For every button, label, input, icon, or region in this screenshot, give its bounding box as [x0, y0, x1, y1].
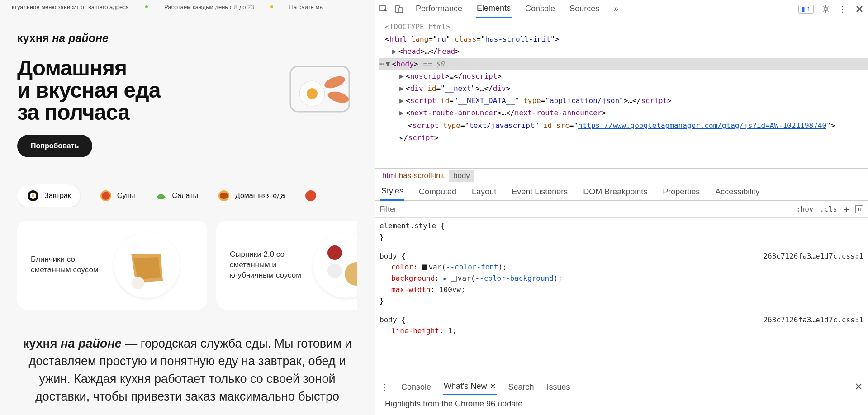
- category-tab-more[interactable]: [304, 189, 318, 203]
- svg-point-2: [307, 88, 318, 99]
- svg-point-9: [102, 192, 110, 200]
- dish-title: Блинчики со сметанным соусом: [31, 255, 108, 275]
- style-rule[interactable]: element.style { }: [379, 221, 863, 246]
- svg-point-3: [323, 74, 347, 90]
- tab-properties[interactable]: Properties: [662, 184, 701, 200]
- dish-card[interactable]: Сырники 2.0 со сметанным и клубничным со…: [216, 221, 357, 310]
- category-tab-soups[interactable]: Супы: [99, 189, 135, 203]
- devtools-panel: Performance Elements Console Sources » ▮…: [375, 0, 868, 415]
- source-link[interactable]: 263c7126fa3…e1d7c.css:1: [763, 251, 863, 262]
- more-food-icon: [304, 189, 318, 203]
- category-label: Супы: [117, 192, 135, 200]
- dot-icon: [270, 5, 273, 8]
- style-rule[interactable]: body {263c7126fa3…e1d7c.css:1 color: var…: [379, 251, 863, 310]
- svg-point-16: [327, 245, 342, 260]
- category-label: Завтрак: [44, 192, 71, 200]
- dom-node[interactable]: ▶<div id="__next">…</div>: [379, 82, 868, 94]
- category-tab-home[interactable]: Домашняя еда: [217, 189, 285, 203]
- crumb-html[interactable]: html.has-scroll-init: [378, 170, 449, 182]
- drawer-content: Highlights from the Chrome 96 update: [375, 396, 868, 412]
- device-toggle-icon[interactable]: [394, 4, 404, 14]
- gear-icon[interactable]: [821, 4, 831, 14]
- source-link[interactable]: 263c7126fa3…e1d7c.css:1: [763, 315, 863, 326]
- breakfast-icon: [26, 189, 40, 203]
- styles-tabs: Styles Computed Layout Event Listeners D…: [375, 183, 868, 201]
- drawer-tab-search[interactable]: Search: [508, 380, 535, 395]
- close-icon[interactable]: ✕: [854, 381, 863, 393]
- tab-elements[interactable]: Elements: [476, 0, 512, 18]
- color-swatch-icon[interactable]: [422, 264, 427, 270]
- category-tabs: Завтрак Супы Салаты Домашняя еда: [17, 184, 357, 207]
- drawer-tab-console[interactable]: Console: [400, 380, 432, 395]
- homefood-icon: [217, 189, 231, 203]
- close-icon[interactable]: [854, 4, 864, 14]
- expand-shorthand-icon[interactable]: ▶: [444, 275, 447, 283]
- category-tab-breakfast[interactable]: Завтрак: [17, 184, 80, 207]
- cls-toggle[interactable]: .cls: [820, 205, 837, 213]
- issue-icon: ▮: [802, 5, 805, 13]
- box-model-toggle-icon[interactable]: ◧: [855, 205, 863, 213]
- dom-node-selected[interactable]: ⋯▼<body> == $0: [379, 58, 868, 70]
- add-rule-icon[interactable]: +: [844, 204, 849, 215]
- svg-point-4: [327, 90, 350, 105]
- hero-headline: Домашняя и вкусная еда за полчаса: [17, 57, 160, 124]
- dom-node[interactable]: <html lang="ru" class="has-scroll-init">: [379, 33, 868, 45]
- tab-styles[interactable]: Styles: [380, 183, 404, 201]
- salad-icon: [154, 189, 168, 203]
- tab-overflow[interactable]: »: [613, 0, 619, 17]
- category-label: Салаты: [172, 192, 198, 200]
- dom-tree[interactable]: <!DOCTYPE html> <html lang="ru" class="h…: [375, 18, 868, 168]
- ticker-bar: ктуальное меню зависит от вашего адреса …: [0, 0, 375, 14]
- dom-node[interactable]: ▶<head>…</head>: [379, 45, 868, 57]
- svg-point-12: [305, 190, 316, 201]
- svg-point-14: [132, 277, 144, 289]
- tab-accessibility[interactable]: Accessibility: [714, 184, 760, 200]
- dish-title: Сырники 2.0 со сметанным и клубничным со…: [230, 250, 307, 281]
- inspect-icon[interactable]: [379, 4, 389, 14]
- dish-card[interactable]: Блинчики со сметанным соусом: [17, 221, 207, 310]
- svg-point-11: [220, 193, 228, 199]
- brand-logo[interactable]: кухня на районе: [17, 32, 357, 45]
- tab-computed[interactable]: Computed: [418, 184, 457, 200]
- issues-count: 1: [807, 5, 811, 13]
- styles-filter-row: :hov .cls + ◧: [375, 201, 868, 218]
- drawer-tab-whats-new[interactable]: What's New✕: [443, 379, 496, 395]
- tab-dom-breakpoints[interactable]: DOM Breakpoints: [582, 184, 648, 200]
- issues-badge[interactable]: ▮ 1: [798, 5, 814, 14]
- tab-performance[interactable]: Performance: [415, 0, 463, 17]
- ticker-item: На сайте мы: [289, 4, 324, 10]
- svg-rect-21: [399, 8, 403, 13]
- dom-node[interactable]: <script type="text/javascript" id src="h…: [379, 119, 868, 144]
- category-label: Домашняя еда: [235, 192, 285, 200]
- hov-toggle[interactable]: :hov: [796, 205, 814, 213]
- styles-pane[interactable]: element.style { } body {263c7126fa3…e1d7…: [375, 218, 868, 378]
- devtools-toolbar: Performance Elements Console Sources » ▮…: [375, 0, 868, 18]
- tab-sources[interactable]: Sources: [569, 0, 600, 17]
- dom-node[interactable]: ▶<script id="__NEXT_DATA__" type="applic…: [379, 94, 868, 107]
- tab-console[interactable]: Console: [524, 0, 556, 17]
- crumb-body[interactable]: body: [449, 170, 474, 182]
- kebab-icon[interactable]: ⋮: [838, 4, 847, 14]
- category-tab-salads[interactable]: Салаты: [154, 189, 198, 203]
- cta-button[interactable]: Попробовать: [17, 135, 92, 157]
- drawer-panel: ⋮ Console What's New✕ Search Issues ✕ Hi…: [375, 378, 868, 415]
- style-rule[interactable]: body {263c7126fa3…e1d7c.css:1 line-heigh…: [379, 315, 863, 340]
- tab-layout[interactable]: Layout: [471, 184, 497, 200]
- dom-node[interactable]: ▶<noscript>…</noscript>: [379, 70, 868, 82]
- dom-node[interactable]: ▶<next-route-announcer>…</next-route-ann…: [379, 107, 868, 119]
- breadcrumb: html.has-scroll-init body: [375, 168, 868, 183]
- description-text: кухня на районе — городская служба еды. …: [17, 335, 357, 406]
- color-swatch-icon[interactable]: [451, 276, 457, 282]
- svg-point-7: [32, 194, 34, 197]
- svg-point-22: [825, 8, 827, 10]
- dom-node[interactable]: <!DOCTYPE html>: [379, 21, 868, 33]
- kebab-icon[interactable]: ⋮: [380, 382, 389, 392]
- tab-event-listeners[interactable]: Event Listeners: [511, 184, 569, 200]
- ticker-item: ктуальное меню зависит от вашего адреса: [12, 4, 129, 10]
- drawer-tab-issues[interactable]: Issues: [546, 380, 571, 395]
- svg-point-17: [327, 264, 342, 278]
- close-icon[interactable]: ✕: [490, 382, 496, 391]
- dish-image: [114, 232, 180, 298]
- website-viewport: ктуальное меню зависит от вашего адреса …: [0, 0, 375, 415]
- styles-filter-input[interactable]: [375, 202, 792, 217]
